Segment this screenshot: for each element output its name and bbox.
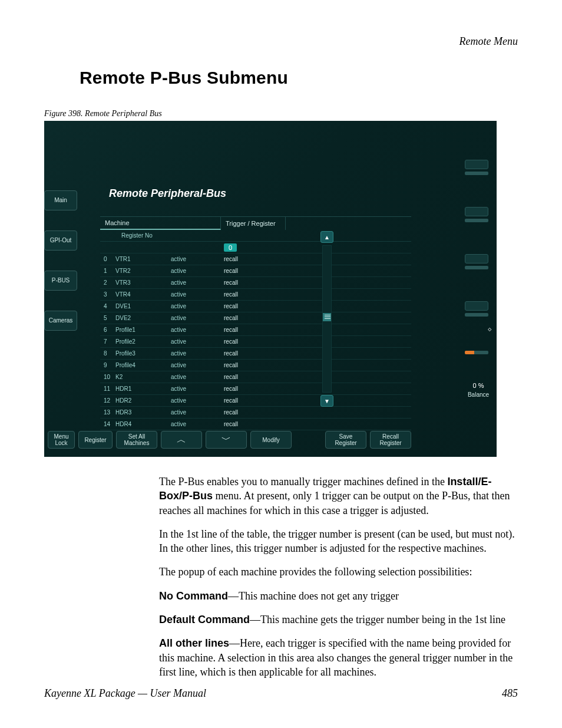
row-status: active [171, 397, 220, 404]
paragraph-6: All other lines—Here, each trigger is sp… [159, 636, 518, 679]
row-trigger[interactable]: recall [220, 409, 262, 416]
machine-table: Register No 00VTR1activerecall1VTR2activ… [100, 230, 411, 430]
row-index: 13 [100, 409, 115, 416]
row-trigger[interactable]: recall [220, 374, 262, 380]
row-index: 9 [100, 362, 115, 368]
scroll-up-button[interactable]: ▲ [320, 231, 333, 243]
triangle-up-icon: ▲ [324, 234, 330, 241]
scroll-thumb[interactable] [323, 313, 331, 321]
table-row-header[interactable]: 0 [100, 242, 411, 253]
term-default-command: Default Command [159, 614, 250, 625]
row-trigger[interactable]: recall [220, 338, 262, 345]
scroll-down-button[interactable]: ▼ [320, 395, 333, 407]
paragraph-5: Default Command—This machine gets the tr… [159, 612, 518, 627]
balance-percent: 0 % [464, 382, 493, 389]
row-status: active [171, 421, 220, 427]
row-status: active [171, 338, 220, 345]
set-all-machines-button[interactable]: Set All Machines [116, 431, 157, 449]
row-index: 11 [100, 386, 115, 392]
row-trigger[interactable]: recall [220, 291, 262, 298]
row-status: active [171, 350, 220, 357]
footer-left: Kayenne XL Package — User Manual [44, 687, 206, 700]
side-nav-p-bus[interactable]: P-BUS [44, 271, 77, 291]
row-trigger[interactable]: recall [220, 350, 262, 357]
row-trigger[interactable]: recall [220, 279, 262, 286]
row-trigger[interactable]: recall [220, 386, 262, 392]
row-trigger[interactable]: recall [220, 315, 262, 321]
table-row[interactable]: 2VTR3activerecall [100, 277, 411, 289]
table-row[interactable]: 13HDR3activerecall [100, 407, 411, 419]
knob-2[interactable] [461, 203, 497, 251]
row-trigger[interactable]: recall [220, 303, 262, 309]
row-trigger[interactable]: recall [220, 268, 262, 274]
modify-button[interactable]: Modify [250, 431, 292, 449]
row-trigger[interactable]: recall [220, 397, 262, 404]
row-status: active [171, 303, 220, 309]
side-nav-cameras[interactable]: Cameras [44, 311, 77, 331]
menu-lock-button[interactable]: Menu Lock [48, 431, 75, 449]
register-button[interactable]: Register [78, 431, 113, 449]
app-screenshot: Main GPI-Out P-BUS Cameras Remote Periph… [44, 121, 497, 457]
row-index: 14 [100, 421, 115, 427]
term-all-other-lines: All other lines [159, 637, 229, 649]
row-trigger[interactable]: recall [220, 362, 262, 368]
triangle-down-icon: ▼ [324, 398, 330, 404]
nav-down-button[interactable]: ﹀ [206, 431, 247, 449]
column-headers: Machine Trigger / Register [100, 217, 411, 230]
side-nav-gpi-out[interactable]: GPI-Out [44, 230, 77, 251]
knob-1[interactable] [461, 156, 497, 203]
table-row[interactable]: 7Profile2activerecall [100, 336, 411, 348]
table-row[interactable]: 5DVE2activerecall [100, 312, 411, 324]
table-row[interactable]: 11HDR1activerecall [100, 383, 411, 395]
table-row[interactable]: 3VTR4activerecall [100, 289, 411, 301]
body-text: The P-Bus enables you to manually trigge… [159, 475, 518, 679]
row-status: active [171, 268, 220, 274]
table-row[interactable]: 1VTR2activerecall [100, 265, 411, 277]
save-register-button[interactable]: Save Register [325, 431, 366, 449]
row-trigger[interactable]: 0 [220, 243, 262, 252]
row-name: Profile3 [115, 350, 171, 357]
paragraph-3: The popup of each machine provides the f… [159, 565, 518, 579]
scrollbar[interactable]: ▲ ▼ [319, 230, 335, 408]
table-row[interactable]: 10K2activerecall [100, 371, 411, 383]
row-index: 2 [100, 279, 115, 286]
recall-register-button[interactable]: Recall Register [370, 431, 411, 449]
row-trigger[interactable]: recall [220, 421, 262, 427]
register-no-header: Register No [100, 230, 411, 242]
table-row[interactable]: 14HDR4activerecall [100, 419, 411, 430]
row-index: 3 [100, 291, 115, 298]
table-row[interactable]: 9Profile4activerecall [100, 360, 411, 371]
table-row[interactable]: 0VTR1activerecall [100, 253, 411, 265]
row-trigger[interactable]: recall [220, 256, 262, 262]
text: —This machine does not get any trigger [228, 590, 399, 602]
paragraph-2: In the 1st line of the table, the trigge… [159, 527, 518, 556]
row-name: VTR1 [115, 256, 171, 262]
table-row[interactable]: 8Profile3activerecall [100, 348, 411, 360]
row-index: 5 [100, 315, 115, 321]
row-index: 7 [100, 338, 115, 345]
row-index: 10 [100, 374, 115, 380]
row-status: active [171, 256, 220, 262]
table-row[interactable]: 6Profile1activerecall [100, 324, 411, 336]
table-row[interactable]: 4DVE1activerecall [100, 301, 411, 312]
up-down-arrows-icon[interactable]: ⬦ [487, 324, 492, 333]
table-row[interactable]: 12HDR2activerecall [100, 395, 411, 407]
row-name: VTR3 [115, 279, 171, 286]
knob-3[interactable] [461, 251, 497, 298]
section-title: Remote P-Bus Submenu [80, 68, 518, 88]
paragraph-4: No Command—This machine does not get any… [159, 589, 518, 603]
paragraph-1: The P-Bus enables you to manually trigge… [159, 475, 518, 518]
row-name: Profile4 [115, 362, 171, 368]
col-trigger[interactable]: Trigger / Register [221, 217, 286, 230]
chevron-down-icon: ﹀ [222, 434, 231, 445]
row-trigger[interactable]: recall [220, 327, 262, 333]
knob-4[interactable]: ⬦ [461, 298, 497, 345]
nav-up-button[interactable]: ︿ [161, 431, 202, 449]
side-nav-main[interactable]: Main [44, 190, 77, 210]
row-status: active [171, 315, 220, 321]
row-index: 6 [100, 327, 115, 333]
page-footer: Kayenne XL Package — User Manual 485 [44, 687, 518, 700]
scroll-track[interactable] [322, 245, 332, 393]
col-machine[interactable]: Machine [100, 217, 221, 230]
row-index: 12 [100, 397, 115, 404]
